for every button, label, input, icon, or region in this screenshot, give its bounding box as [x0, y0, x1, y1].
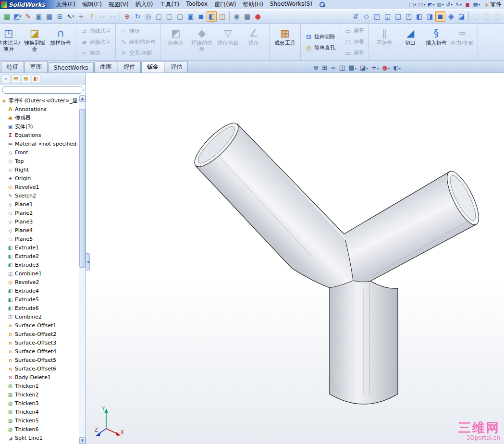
menu-item[interactable]: 视图(V) — [105, 0, 132, 10]
tree-item[interactable]: ◧Extrude1 — [1, 243, 78, 252]
menu-item[interactable]: 窗口(W) — [211, 0, 239, 10]
featuremanager-tab-icon[interactable]: ▤ — [12, 74, 20, 83]
shaded-icon[interactable]: ◼ — [196, 11, 206, 22]
standard-views-icon[interactable]: ◪ — [456, 11, 467, 22]
tree-item[interactable]: ∩Surface-Offset1 — [1, 321, 78, 330]
tree-item[interactable]: ◫Combine1 — [1, 269, 78, 278]
edge-flange-button[interactable]: ▱边线法兰 — [79, 26, 113, 36]
tree-item[interactable]: ◧Extrude3 — [1, 260, 78, 269]
module-icon[interactable]: ◼ — [464, 1, 472, 9]
tab-6[interactable]: 评估 — [165, 61, 188, 73]
corner-trim-button[interactable]: ▽边角剪裁 — [215, 25, 241, 60]
grid-icon[interactable]: ▦ — [242, 11, 252, 22]
tree-item[interactable]: ◫Combine2 — [1, 312, 78, 321]
configurationmanager-tab-icon[interactable]: ◧ — [32, 74, 40, 83]
hidden-lines-visible-icon[interactable]: ▢ — [164, 11, 174, 22]
closed-corner-button[interactable]: ◩闭合角 — [163, 25, 189, 60]
view-left-icon[interactable]: ◲ — [393, 11, 403, 22]
copy-icon[interactable]: ▣ — [34, 11, 44, 22]
paste-icon[interactable]: ▦ — [44, 11, 54, 22]
tree-item[interactable]: ∩Surface-Offset5 — [1, 356, 78, 364]
tree-item[interactable]: ∩Surface-Offset6 — [1, 364, 78, 373]
tree-item[interactable]: ◢Split Line1 — [1, 433, 78, 442]
tree-item[interactable]: ◎Revolve2 — [1, 278, 78, 286]
drawing-sheet-icon[interactable]: ▱ — [108, 11, 118, 22]
tool-a-icon[interactable]: ▢ — [471, 11, 481, 22]
tree-item[interactable]: ◧Extrude5 — [1, 295, 78, 304]
zoom-to-selection-icon[interactable]: ⊕ — [122, 11, 132, 22]
scroll-up-button[interactable]: ▲ — [79, 95, 86, 102]
view-orientation-icon[interactable]: ▤ — [348, 64, 356, 71]
search-model-icon[interactable]: ◎ — [143, 11, 153, 22]
save-icon[interactable]: ◩ — [427, 1, 435, 9]
extruded-cut-button[interactable]: ⊟拉伸切除 — [303, 32, 337, 41]
hidden-lines-removed-icon[interactable]: ▢ — [175, 11, 185, 22]
view-settings-icon[interactable]: ◉ — [232, 11, 242, 22]
design-table-icon[interactable]: ⊞ — [55, 11, 65, 22]
tree-item[interactable]: ΣEquations — [1, 131, 78, 139]
tree-item[interactable]: ◇Plane5 — [1, 234, 78, 243]
menu-item[interactable]: 帮助(H) — [239, 0, 266, 10]
rip-button[interactable]: ◢切口 — [397, 25, 423, 60]
view-right-icon[interactable]: ◳ — [404, 11, 414, 22]
welded-corner-button[interactable]: ◆焊接的边角 — [189, 25, 215, 60]
section-view-icon[interactable]: ◫ — [217, 11, 227, 22]
tree-root-item[interactable]: ◈ 零件6 (Outer<<Outer>_显示 — [1, 96, 78, 105]
section-view-icon[interactable]: ◫ — [339, 64, 345, 71]
simple-hole-button[interactable]: ◎简单直孔 — [303, 43, 337, 52]
tree-item[interactable]: ◎Revolve1 — [1, 183, 78, 191]
select-icon[interactable]: ↖ — [455, 1, 463, 9]
base-flange-button[interactable]: ◳基体法兰/薄片 — [0, 25, 22, 60]
tree-item[interactable]: ✕Body-Delete1 — [1, 373, 78, 382]
zoom-fit-icon[interactable]: ⊕ — [313, 64, 319, 71]
edit-appearance-icon[interactable]: ● — [382, 64, 390, 71]
tab-4[interactable]: 焊件 — [118, 61, 141, 73]
menu-item[interactable]: Toolbox — [183, 0, 211, 10]
tree-item[interactable]: ◧Extrude2 — [1, 252, 78, 260]
tree-item[interactable]: ▥Thicken2 — [1, 390, 78, 399]
forming-tool-button[interactable]: ▦成形工具 — [272, 25, 298, 60]
view-top-icon[interactable]: ◧ — [414, 11, 424, 22]
view-front-icon[interactable]: ◰ — [372, 11, 382, 22]
view-isometric-icon[interactable]: ◇ — [361, 11, 371, 22]
jog-button[interactable]: ⌐转折 — [118, 26, 158, 36]
tool-b-icon[interactable]: ▢ — [481, 11, 492, 22]
zoom-area-icon[interactable]: ⊞ — [322, 64, 327, 71]
options-icon[interactable]: ▦ — [473, 1, 481, 9]
shaded-with-edges-icon[interactable]: ▣ — [185, 11, 196, 22]
unfold-button[interactable]: ▭展开 — [343, 26, 366, 36]
previous-view-icon[interactable]: ∞ — [331, 64, 336, 71]
tree-item[interactable]: ✎Sketch2 — [1, 191, 78, 200]
insert-bends-button[interactable]: §插入折弯 — [423, 25, 449, 60]
miter-flange-button[interactable]: ▰斜接法兰 — [79, 37, 113, 47]
sheet-format-icon[interactable]: ▱ — [97, 11, 107, 22]
tree-item[interactable]: +Origin — [1, 174, 78, 183]
tree-item[interactable]: ▥Thicken6 — [1, 425, 78, 433]
tool-c-icon[interactable]: ▢ — [492, 11, 502, 22]
menu-item[interactable]: 插入(I) — [132, 0, 157, 10]
viewport[interactable]: Y X Z 三维网 3Dportal.cn — [86, 73, 504, 444]
lofted-bend-button[interactable]: ∩放样折弯 — [48, 25, 74, 60]
apply-scene-icon[interactable]: ◐ — [393, 64, 401, 71]
tab-0[interactable]: 特征 — [1, 61, 24, 73]
view-camera-icon[interactable]: ◉ — [446, 11, 456, 22]
tree-item[interactable]: ▥Thicken5 — [1, 416, 78, 425]
view-back-icon[interactable]: ◱ — [382, 11, 393, 22]
tab-1[interactable]: 草图 — [25, 61, 48, 73]
stress-deform-button[interactable]: ≈应力/变形 — [449, 25, 475, 60]
panel-pin-icon[interactable]: » — [1, 74, 10, 83]
search-icon[interactable] — [320, 2, 325, 8]
scrollbar-thumb[interactable] — [79, 109, 86, 268]
tree-item[interactable]: ∩Surface-Offset2 — [1, 330, 78, 338]
new-icon[interactable]: ▢ — [409, 1, 417, 9]
menu-item[interactable]: SheetWorks(S) — [267, 0, 316, 10]
pan-arrows-icon[interactable]: ⇵ — [351, 11, 361, 22]
tree-item[interactable]: ◇Plane1 — [1, 200, 78, 209]
menu-item[interactable]: 工具(T) — [157, 0, 183, 10]
corner-button[interactable]: ∠边角 — [241, 25, 267, 60]
rebuild-icon[interactable]: ↻ — [133, 11, 143, 22]
no-bends-button[interactable]: ∥不折弯 — [371, 25, 397, 60]
cross-break-button[interactable]: ✕交叉-折断 — [118, 49, 158, 58]
tree-item[interactable]: ◇Top — [1, 157, 78, 165]
tree-item[interactable]: ◇Right — [1, 165, 78, 174]
